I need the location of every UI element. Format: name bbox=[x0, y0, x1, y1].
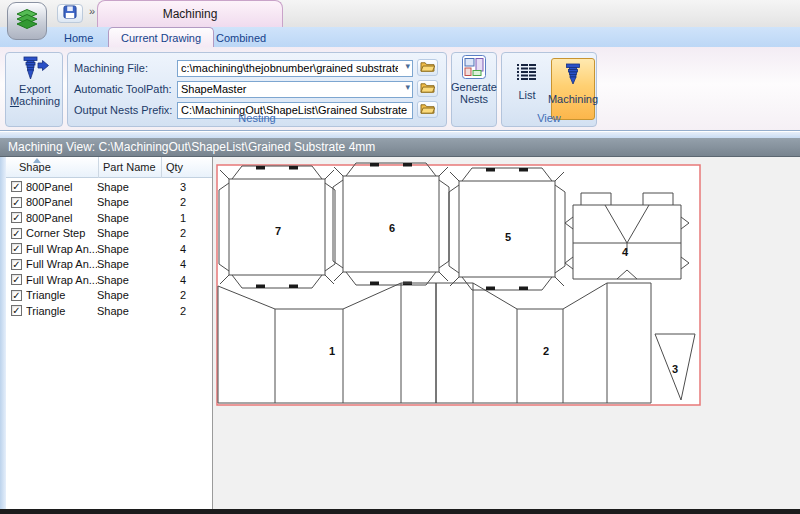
generate-nests-group: Generate Nests bbox=[451, 52, 497, 127]
row-shape-name: Full Wrap An... bbox=[26, 274, 97, 286]
nesting-group: Machining File: ▾ Automatic ToolPath: bbox=[67, 52, 447, 127]
folder-icon bbox=[420, 60, 435, 76]
machining-file-browse-button[interactable] bbox=[417, 59, 438, 76]
content-area: Shape Part Name Qty ✓ 800Panel Shape 3 ✓… bbox=[0, 157, 800, 509]
ribbon: Export Machining Machining File: ▾ bbox=[0, 47, 800, 131]
application-menu-button[interactable] bbox=[7, 2, 47, 40]
nest-shape-label: 7 bbox=[275, 225, 281, 237]
machining-file-row: Machining File: ▾ bbox=[74, 59, 442, 76]
app-layers-icon bbox=[13, 5, 41, 37]
list-icon bbox=[517, 63, 537, 83]
tab-combined[interactable]: Combined bbox=[204, 29, 278, 47]
row-part-name: Shape bbox=[97, 181, 159, 193]
generate-nests-icon bbox=[462, 55, 486, 81]
row-shape-name: Triangle bbox=[26, 305, 97, 317]
tab-home-label: Home bbox=[64, 32, 93, 44]
table-row[interactable]: ✓ Triangle Shape 2 bbox=[6, 288, 212, 304]
table-row[interactable]: ✓ Full Wrap An... Shape 4 bbox=[6, 241, 212, 257]
machining-file-dropdown-icon[interactable]: ▾ bbox=[405, 61, 410, 71]
export-group-caption bbox=[6, 112, 62, 125]
row-checkbox[interactable]: ✓ bbox=[11, 290, 22, 301]
machining-view-icon bbox=[562, 63, 584, 87]
row-qty: 2 bbox=[159, 227, 200, 239]
view-list-label: List bbox=[518, 89, 535, 101]
row-checkbox[interactable]: ✓ bbox=[11, 228, 22, 239]
tab-home[interactable]: Home bbox=[52, 29, 105, 47]
nest-shape-label: 2 bbox=[543, 345, 549, 357]
view-machining-label: Machining bbox=[548, 93, 598, 105]
nest-shape-label: 4 bbox=[622, 246, 629, 258]
nest-drawing-canvas[interactable]: 7654123 bbox=[213, 157, 800, 509]
generate-nests-group-caption bbox=[452, 112, 496, 125]
view-header-bar: Machining View: C:\MachiningOut\ShapeLis… bbox=[0, 138, 800, 157]
automatic-toolpath-input[interactable] bbox=[177, 81, 413, 98]
window-bottom-border bbox=[0, 509, 800, 514]
row-shape-name: Full Wrap An... bbox=[26, 258, 97, 270]
row-checkbox[interactable]: ✓ bbox=[11, 243, 22, 254]
row-qty: 4 bbox=[159, 243, 200, 255]
row-qty: 2 bbox=[159, 196, 200, 208]
row-checkbox[interactable]: ✓ bbox=[11, 197, 22, 208]
automatic-toolpath-dropdown-icon[interactable]: ▾ bbox=[405, 82, 410, 92]
row-part-name: Shape bbox=[97, 289, 159, 301]
row-qty: 1 bbox=[159, 212, 200, 224]
table-row[interactable]: ✓ Triangle Shape 2 bbox=[6, 303, 212, 319]
table-row[interactable]: ✓ 800Panel Shape 3 bbox=[6, 179, 212, 195]
column-header-part-name[interactable]: Part Name bbox=[103, 161, 156, 173]
quick-access-overflow-button[interactable]: » bbox=[89, 5, 95, 17]
row-qty: 3 bbox=[159, 181, 200, 193]
nest-shape-label: 3 bbox=[672, 363, 678, 375]
folder-icon bbox=[420, 81, 435, 97]
row-shape-name: 800Panel bbox=[26, 212, 97, 224]
save-button[interactable] bbox=[57, 4, 83, 23]
view-list-button[interactable]: List bbox=[505, 58, 549, 120]
window-title: Machining bbox=[97, 0, 283, 27]
row-shape-name: Triangle bbox=[26, 289, 97, 301]
window-title-text: Machining bbox=[163, 7, 218, 21]
column-separator bbox=[161, 157, 162, 178]
row-checkbox[interactable]: ✓ bbox=[11, 212, 22, 223]
row-checkbox[interactable]: ✓ bbox=[11, 181, 22, 192]
table-row[interactable]: ✓ Full Wrap An... Shape 4 bbox=[6, 272, 212, 288]
row-qty: 2 bbox=[159, 305, 200, 317]
view-group: List Machining View bbox=[501, 52, 597, 127]
row-part-name: Shape bbox=[97, 274, 159, 286]
generate-nests-label-line1: Generate bbox=[451, 81, 497, 93]
automatic-toolpath-browse-button[interactable] bbox=[417, 80, 438, 97]
export-machining-icon bbox=[20, 55, 50, 83]
machining-file-input[interactable] bbox=[177, 60, 413, 77]
generate-nests-button[interactable]: Generate Nests bbox=[453, 55, 495, 115]
row-shape-name: Full Wrap An... bbox=[26, 243, 97, 255]
table-row[interactable]: ✓ 800Panel Shape 1 bbox=[6, 210, 212, 226]
row-part-name: Shape bbox=[97, 243, 159, 255]
machining-file-label: Machining File: bbox=[74, 62, 177, 74]
shape-table-body: ✓ 800Panel Shape 3 ✓ 800Panel Shape 2 ✓ … bbox=[6, 179, 212, 319]
row-part-name: Shape bbox=[97, 196, 159, 208]
automatic-toolpath-label: Automatic ToolPath: bbox=[74, 83, 177, 95]
column-header-qty[interactable]: Qty bbox=[166, 161, 183, 173]
application-window: Machining » Home Current Drawing Combine bbox=[0, 0, 800, 514]
tab-current-drawing[interactable]: Current Drawing bbox=[108, 27, 214, 47]
title-bar: Machining bbox=[0, 0, 800, 27]
table-row[interactable]: ✓ Full Wrap An... Shape 4 bbox=[6, 257, 212, 273]
export-group: Export Machining bbox=[5, 52, 63, 127]
row-part-name: Shape bbox=[97, 227, 159, 239]
view-group-caption: View bbox=[502, 112, 596, 125]
row-qty: 4 bbox=[159, 258, 200, 270]
nest-shape-label: 1 bbox=[329, 345, 335, 357]
automatic-toolpath-row: Automatic ToolPath: ▾ bbox=[74, 80, 442, 97]
row-shape-name: 800Panel bbox=[26, 181, 97, 193]
save-icon bbox=[63, 5, 77, 23]
column-header-shape[interactable]: Shape bbox=[19, 161, 51, 173]
row-shape-name: Corner Step bbox=[26, 227, 97, 239]
row-checkbox[interactable]: ✓ bbox=[11, 305, 22, 316]
table-row[interactable]: ✓ Corner Step Shape 2 bbox=[6, 226, 212, 242]
nesting-group-caption: Nesting bbox=[68, 112, 446, 125]
export-machining-button[interactable]: Export Machining bbox=[8, 55, 62, 113]
tab-current-drawing-label: Current Drawing bbox=[121, 32, 201, 44]
row-checkbox[interactable]: ✓ bbox=[11, 259, 22, 270]
table-row[interactable]: ✓ 800Panel Shape 2 bbox=[6, 195, 212, 211]
shape-table-header: Shape Part Name Qty bbox=[6, 157, 212, 178]
row-checkbox[interactable]: ✓ bbox=[11, 274, 22, 285]
view-machining-button[interactable]: Machining bbox=[551, 58, 595, 120]
